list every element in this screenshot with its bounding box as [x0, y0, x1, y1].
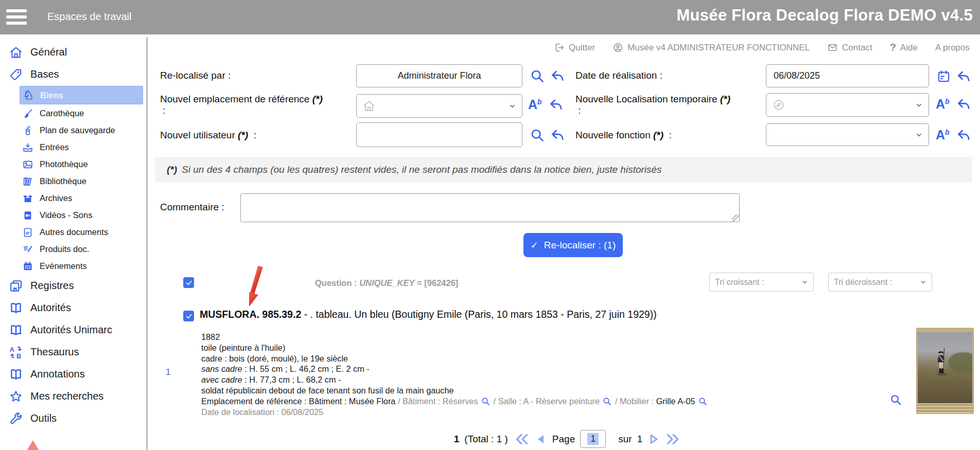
frame-top-edge: [916, 328, 974, 332]
comment-label: Commentaire :: [160, 202, 224, 213]
date-actions: [937, 69, 971, 84]
home-icon: [9, 45, 23, 60]
sidebar-divider: [146, 37, 148, 450]
wrench-icon: [9, 411, 23, 426]
record-title[interactable]: MUSFLORA. 985.39.2 - . tableau. Un bleu …: [200, 309, 657, 320]
star-icon: [9, 389, 23, 404]
help-button[interactable]: ?Aide: [890, 42, 918, 53]
comment-textarea[interactable]: [240, 193, 740, 222]
chevron-down-icon: [509, 102, 516, 110]
chevron-down-icon: [915, 131, 923, 139]
sort-descending-select[interactable]: Tri décroissant :: [828, 273, 932, 292]
contact-button[interactable]: Contact: [827, 42, 872, 53]
detail-material: toile (peinture à l'huile): [201, 343, 708, 353]
sidebar-item-bibliotheque[interactable]: Bibliothèque: [0, 173, 145, 190]
last-page-icon[interactable]: [665, 433, 680, 446]
account-button[interactable]: Musée v4 ADMINISTRATEUR FONCTIONNEL: [612, 42, 810, 53]
sort-ascending-select[interactable]: Tri croissant :: [709, 273, 814, 292]
sidebar-item-outils[interactable]: Outils: [0, 407, 145, 429]
undo-icon[interactable]: [548, 97, 563, 112]
exit-icon: [554, 42, 565, 53]
search-icon[interactable]: [530, 69, 545, 83]
sidebar-item-biens[interactable]: ♘Biens: [20, 86, 143, 104]
sidebar-item-produits-doc[interactable]: Produits doc.: [0, 241, 145, 258]
sidebar-item-annotations[interactable]: Annotations: [0, 363, 145, 385]
relocated-by-input[interactable]: [356, 64, 522, 87]
date-realisation-input[interactable]: [766, 64, 929, 87]
detail-frame: cadre : bois (doré, moulé), le 19e siècl…: [201, 353, 708, 364]
new-temp-location-select[interactable]: [766, 93, 929, 117]
red-pointer-triangle: [27, 440, 39, 450]
date-realisation-label: Date de réalisation :: [575, 70, 662, 81]
sidebar-item-entrees[interactable]: Entrées: [0, 139, 145, 156]
record-checkbox[interactable]: [183, 311, 194, 321]
search-icon[interactable]: [530, 128, 545, 142]
open-book-icon: [9, 301, 23, 315]
undo-icon[interactable]: [550, 68, 565, 83]
detail-location-line: Emplacement de référence : Bâtiment : Mu…: [201, 396, 708, 407]
new-location-ref-select[interactable]: [356, 94, 522, 118]
sidebar-item-plan-sauvegarde[interactable]: Plan de sauvegarde: [0, 122, 145, 139]
quit-button[interactable]: Quitter: [554, 42, 595, 53]
previous-page-icon[interactable]: [535, 433, 547, 446]
painting-canvas: [918, 332, 972, 403]
page-number-input[interactable]: 1: [580, 430, 606, 448]
next-page-icon[interactable]: [647, 433, 660, 446]
image-icon: [22, 159, 33, 170]
sidebar-item-autorites[interactable]: Autorités: [0, 297, 145, 319]
inbox-download-icon: [22, 142, 33, 153]
chess-knight-icon: ♘: [23, 89, 34, 101]
tag-icon: [9, 67, 23, 82]
search-icon[interactable]: [603, 397, 611, 406]
relocate-button[interactable]: ✓ Re-localiser : (1): [523, 233, 623, 257]
total-pages: 1: [637, 434, 643, 445]
detail-description: soldat républicain debout de face tenant…: [201, 385, 708, 396]
sidebar-item-registres[interactable]: Registres: [0, 275, 145, 297]
sidebar-nav: Général Bases ♘Biens Carothèque Plan de …: [0, 34, 145, 450]
undo-icon[interactable]: [956, 128, 971, 142]
new-location-ref-label: Nouvel emplacement de référence (*) :: [160, 94, 349, 116]
sidebar-item-phototheque[interactable]: Photothèque: [0, 156, 145, 173]
first-page-icon[interactable]: [514, 433, 530, 446]
undo-icon[interactable]: [956, 97, 971, 112]
undo-icon[interactable]: [550, 128, 565, 142]
workspace-button[interactable]: Espaces de travail: [47, 0, 131, 33]
new-location-ref-actions: Ab: [528, 97, 563, 112]
archive-box-icon: [22, 193, 33, 204]
person-icon: [612, 42, 623, 53]
authority-ab-icon[interactable]: Ab: [528, 98, 542, 111]
about-button[interactable]: A propos: [935, 43, 970, 53]
search-icon[interactable]: [481, 397, 490, 406]
detail-location-date: Date de localisation : 06/08/2025: [201, 407, 708, 418]
new-user-input[interactable]: [356, 122, 522, 147]
sidebar-item-bases[interactable]: Bases: [0, 63, 145, 85]
detail-dims-without-frame: sans cadre : H. 55 cm ; L. 46,2 cm ; E. …: [201, 364, 708, 374]
sidebar-item-mes-recherches[interactable]: Mes recherches: [0, 385, 145, 407]
question-mark-icon: ?: [890, 42, 896, 53]
new-temp-location-label: Nouvelle Localisation temporaire (*) :: [575, 94, 756, 116]
record-search-icon[interactable]: [890, 394, 902, 406]
sidebar-item-evenements[interactable]: Evènements: [0, 258, 145, 275]
envelope-icon: [827, 42, 838, 53]
record-details: 1882 toile (peinture à l'huile) cadre : …: [201, 332, 708, 417]
hamburger-menu-icon[interactable]: [6, 7, 29, 27]
new-function-label: Nouvelle fonction (*) :: [575, 130, 672, 141]
sidebar-item-archives[interactable]: Archives: [0, 190, 145, 207]
sidebar-item-videos-sons[interactable]: Vidéos - Sons: [0, 207, 145, 224]
sidebar-item-carotheque[interactable]: Carothèque: [0, 105, 145, 122]
authority-ab-icon[interactable]: Ab: [936, 98, 950, 111]
select-all-checkbox[interactable]: [183, 277, 194, 288]
pagination-current: 1: [454, 434, 460, 445]
authority-ab-icon[interactable]: Ab: [936, 129, 950, 141]
record-thumbnail-painting[interactable]: [916, 328, 974, 414]
new-function-select[interactable]: [766, 123, 929, 146]
sidebar-item-autres-documents[interactable]: Autres documents: [0, 224, 145, 241]
sidebar-item-thesaurus[interactable]: Thesaurus: [0, 341, 145, 363]
sidebar-item-general[interactable]: Général: [0, 41, 145, 63]
calendar-icon[interactable]: [937, 69, 951, 83]
search-icon[interactable]: [698, 397, 707, 406]
sidebar-item-autorites-unimarc[interactable]: Autorités Unimarc: [0, 319, 145, 341]
soldier-figure: [931, 344, 955, 391]
sort-a-b-icon: [9, 345, 23, 359]
undo-icon[interactable]: [956, 69, 971, 84]
